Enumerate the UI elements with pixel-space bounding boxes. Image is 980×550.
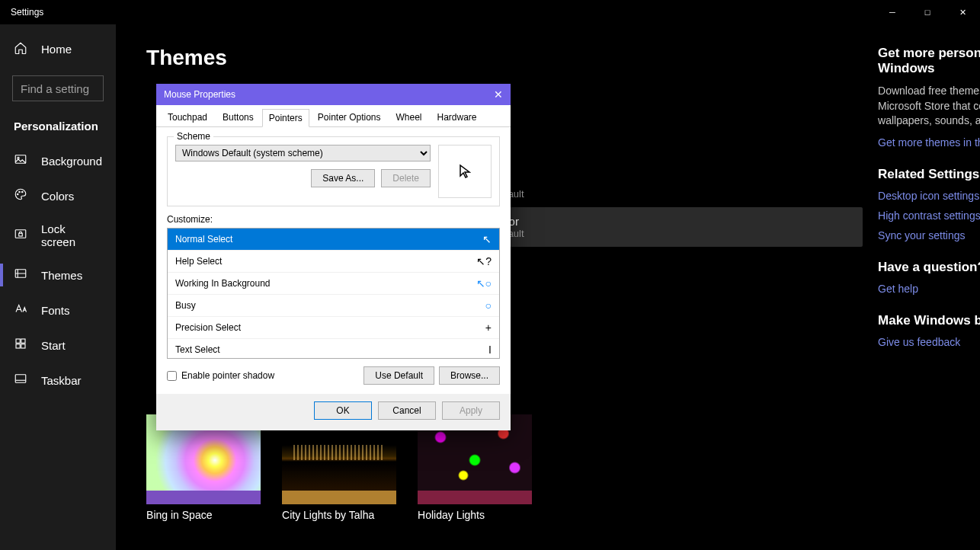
sidebar-item-background[interactable]: Background (0, 143, 116, 178)
cursor-glyph-icon: I (488, 344, 492, 356)
cursor-item[interactable]: Help Select↖? (168, 251, 499, 273)
home-nav[interactable]: Home (0, 32, 116, 66)
cursor-name: Working In Background (175, 278, 271, 289)
cursor-item[interactable]: Text SelectI (168, 339, 499, 359)
sidebar-item-label: Background (41, 155, 102, 168)
sidebar-item-label: Themes (41, 269, 82, 282)
tab-pointers[interactable]: Pointers (262, 109, 309, 127)
cancel-button[interactable]: Cancel (378, 401, 436, 420)
related-settings-heading: Related Settings (878, 167, 980, 182)
svg-rect-12 (15, 375, 26, 383)
scheme-select[interactable]: Windows Default (system scheme) (175, 145, 431, 161)
cursor-glyph-icon: + (485, 321, 492, 334)
svg-rect-5 (15, 230, 26, 238)
titlebar: Settings ─ □ ✕ (0, 0, 980, 24)
cursor-item[interactable]: Working In Background↖○ (168, 273, 499, 295)
sidebar-item-start[interactable]: Start (0, 328, 116, 363)
section-title: Personalization (0, 114, 116, 143)
tab-buttons[interactable]: Buttons (216, 108, 261, 126)
dialog-close-icon[interactable]: ✕ (494, 88, 503, 101)
sidebar-item-colors[interactable]: Colors (0, 178, 116, 213)
feedback-link[interactable]: Give us feedback (878, 336, 980, 348)
store-link[interactable]: Get more themes in the Store (878, 136, 980, 149)
tab-wheel[interactable]: Wheel (389, 108, 429, 126)
save-as-button[interactable]: Save As... (311, 169, 375, 187)
page-title: Themes (146, 46, 863, 70)
svg-rect-6 (19, 233, 23, 236)
cursor-item[interactable]: Busy○ (168, 295, 499, 317)
sidebar-item-themes[interactable]: Themes (0, 257, 116, 293)
dialog-tabs: TouchpadButtonsPointersPointer OptionsWh… (156, 105, 511, 127)
related-link[interactable]: Desktop icon settings (878, 190, 980, 202)
search-placeholder: Find a setting (21, 82, 89, 95)
close-button[interactable]: ✕ (945, 0, 980, 24)
themes-icon (14, 267, 27, 283)
delete-button: Delete (381, 169, 431, 187)
browse-button[interactable]: Browse... (439, 366, 500, 385)
sidebar-item-label: Fonts (41, 304, 70, 317)
search-input[interactable]: Find a setting (12, 75, 104, 101)
lock-icon (14, 227, 27, 244)
cursor-glyph-icon: ↖○ (476, 277, 492, 289)
theme-accent (146, 491, 261, 504)
sidebar-item-lock-screen[interactable]: Lock screen (0, 213, 116, 257)
theme-label: Bing in Space (146, 509, 261, 521)
theme-card[interactable]: Bing in Space (146, 414, 261, 521)
pointer-shadow-label: Enable pointer shadow (181, 370, 274, 381)
tab-hardware[interactable]: Hardware (431, 108, 484, 126)
sidebar-item-fonts[interactable]: Fonts (0, 293, 116, 328)
sidebar-item-label: Taskbar (41, 374, 82, 387)
taskbar-icon (14, 372, 27, 389)
theme-accent (282, 491, 396, 504)
get-help-link[interactable]: Get help (878, 283, 980, 295)
related-link[interactable]: Sync your settings (878, 229, 980, 241)
cursor-name: Busy (175, 300, 196, 311)
cursor-list[interactable]: Normal Select↖Help Select↖?Working In Ba… (167, 228, 500, 359)
tab-touchpad[interactable]: Touchpad (161, 108, 214, 126)
theme-label: Holiday Lights (418, 509, 532, 521)
personality-heading: Get more personality in Windows (878, 46, 980, 76)
cursor-glyph-icon: ○ (485, 299, 492, 312)
svg-rect-11 (21, 344, 25, 348)
theme-card[interactable]: City Lights by Talha (282, 414, 396, 521)
theme-label: City Lights by Talha (282, 509, 396, 521)
customize-label: Customize: (167, 214, 500, 225)
sidebar-item-taskbar[interactable]: Taskbar (0, 363, 116, 398)
maximize-button[interactable]: □ (910, 0, 945, 24)
sidebar-item-label: Colors (41, 190, 74, 203)
cursor-glyph-icon: ↖ (482, 233, 492, 245)
theme-accent (418, 491, 532, 504)
cursor-name: Text Select (175, 344, 220, 355)
image-icon (14, 152, 27, 169)
dialog-titlebar[interactable]: Mouse Properties ✕ (156, 84, 511, 105)
better-heading: Make Windows better (878, 313, 980, 328)
minimize-button[interactable]: ─ (875, 0, 910, 24)
cursor-name: Help Select (175, 256, 222, 267)
theme-card[interactable]: Holiday Lights (418, 414, 532, 521)
pointer-shadow-checkbox[interactable] (167, 371, 177, 381)
svg-rect-9 (21, 339, 25, 343)
cursor-name: Precision Select (175, 322, 241, 333)
start-icon (14, 337, 27, 353)
apply-button: Apply (442, 401, 500, 420)
related-link[interactable]: High contrast settings (878, 209, 980, 222)
fonts-icon (14, 302, 27, 318)
tab-pointer-options[interactable]: Pointer Options (311, 108, 388, 126)
svg-rect-10 (16, 344, 20, 348)
cursor-item[interactable]: Precision Select+ (168, 317, 499, 339)
cursor-item[interactable]: Normal Select↖ (168, 229, 499, 251)
window-title: Settings (11, 7, 43, 18)
use-default-button[interactable]: Use Default (363, 366, 434, 385)
svg-point-3 (19, 191, 21, 193)
home-label: Home (41, 43, 72, 56)
personality-text: Download free themes from the Microsoft … (878, 84, 980, 129)
dialog-title-text: Mouse Properties (164, 89, 235, 100)
home-icon (14, 41, 27, 57)
scheme-label: Scheme (174, 131, 213, 142)
question-heading: Have a question? (878, 260, 980, 275)
ok-button[interactable]: OK (314, 401, 372, 420)
cursor-name: Normal Select (175, 234, 232, 245)
palette-icon (14, 187, 27, 204)
cursor-glyph-icon: ↖? (476, 255, 492, 267)
sidebar-item-label: Start (41, 339, 66, 352)
